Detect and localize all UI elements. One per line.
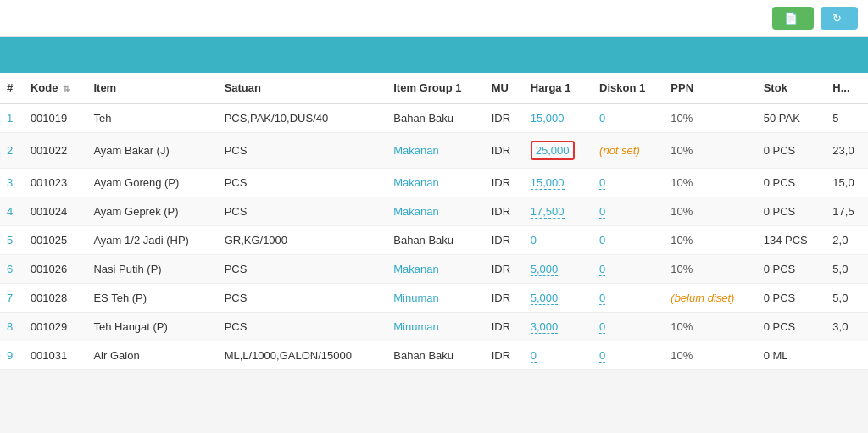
col-harga: Harga 1 (524, 73, 593, 103)
cell-kode: 001024 (24, 197, 87, 226)
harga-highlighted: 25,000 (531, 141, 575, 160)
cell-stok: 50 PAK (757, 103, 826, 133)
harga-value: 5,000 (531, 263, 559, 276)
col-kode: Kode ⇅ (24, 73, 87, 103)
cell-ppn: (belum diset) (664, 284, 756, 313)
cell-group: Minuman (387, 284, 484, 313)
cell-stok: 0 PCS (757, 169, 826, 197)
diskon-value: 0 (599, 349, 605, 363)
cell-ppn: 10% (664, 133, 756, 169)
cell-mu: IDR (485, 103, 524, 133)
cell-diskon: 0 (593, 103, 664, 133)
cell-h: 5 (826, 103, 868, 133)
cell-num: 9 (0, 341, 24, 370)
cell-group: Bahan Baku (387, 226, 484, 255)
cell-item: Ayam Goreng (P) (86, 169, 217, 197)
cell-group: Minuman (387, 313, 484, 341)
cell-satuan: GR,KG/1000 (218, 226, 387, 255)
diskon-value: 0 (599, 291, 605, 305)
col-item: Item (86, 73, 217, 103)
cell-mu: IDR (485, 133, 524, 169)
cell-group: Bahan Baku (387, 103, 484, 133)
cell-kode: 001031 (24, 341, 87, 370)
cell-harga: 17,500 (524, 197, 593, 226)
cell-mu: IDR (485, 226, 524, 255)
table-row: 9001031Air GalonML,L/1000,GALON/15000Bah… (0, 341, 868, 370)
cell-h: 23,0 (826, 133, 868, 169)
cell-satuan: PCS (218, 313, 387, 341)
table-row: 5001025Ayam 1/2 Jadi (HP)GR,KG/1000Bahan… (0, 226, 868, 255)
cell-mu: IDR (485, 313, 524, 341)
harga-value: 15,000 (531, 176, 565, 190)
harga-value: 3,000 (531, 320, 559, 334)
cell-ppn: 10% (664, 226, 756, 255)
cell-h (826, 341, 868, 370)
cell-diskon: 0 (593, 197, 664, 226)
col-h: H... (826, 73, 868, 103)
col-stok: Stok (757, 73, 826, 103)
cell-kode: 001025 (24, 226, 87, 255)
cell-satuan: PCS,PAK/10,DUS/40 (218, 103, 387, 133)
cell-num: 1 (0, 103, 24, 133)
cell-ppn: 10% (664, 103, 756, 133)
cell-mu: IDR (485, 341, 524, 370)
cell-h: 5,0 (826, 255, 868, 284)
cell-ppn: 10% (664, 255, 756, 284)
cell-h: 17,5 (826, 197, 868, 226)
harga-value: 0 (531, 349, 537, 363)
cell-kode: 001026 (24, 255, 87, 284)
cell-num: 4 (0, 197, 24, 226)
diskon-value: 0 (599, 320, 605, 334)
table-row: 4001024Ayam Geprek (P)PCSMakananIDR17,50… (0, 197, 868, 226)
cell-mu: IDR (485, 169, 524, 197)
cell-stok: 0 PCS (757, 313, 826, 341)
cell-kode: 001029 (24, 313, 87, 341)
table-row: 1001019TehPCS,PAK/10,DUS/40Bahan BakuIDR… (0, 103, 868, 133)
cell-stok: 134 PCS (757, 226, 826, 255)
sort-icon-kode[interactable]: ⇅ (63, 84, 70, 93)
export-excel-button[interactable]: 📄 (772, 7, 814, 30)
excel-icon: 📄 (784, 12, 798, 25)
cell-item: Teh Hangat (P) (86, 313, 217, 341)
cell-satuan: PCS (218, 284, 387, 313)
cell-h: 15,0 (826, 169, 868, 197)
table-row: 6001026Nasi Putih (P)PCSMakananIDR5,0000… (0, 255, 868, 284)
cell-kode: 001022 (24, 133, 87, 169)
cell-item: Ayam Bakar (J) (86, 133, 217, 169)
cell-num: 3 (0, 169, 24, 197)
refresh-button[interactable]: ↻ (821, 7, 858, 30)
col-ppn: PPN (664, 73, 756, 103)
cell-mu: IDR (485, 284, 524, 313)
cell-kode: 001023 (24, 169, 87, 197)
cell-group: Makanan (387, 169, 484, 197)
diskon-value: 0 (599, 263, 605, 276)
cell-harga: 5,000 (524, 284, 593, 313)
cell-harga: 15,000 (524, 103, 593, 133)
col-group: Item Group 1 (387, 73, 484, 103)
cell-mu: IDR (485, 197, 524, 226)
cell-diskon: 0 (593, 313, 664, 341)
cell-num: 7 (0, 284, 24, 313)
blue-header-bar (0, 37, 868, 73)
col-num: # (0, 73, 24, 103)
cell-h: 2,0 (826, 226, 868, 255)
cell-kode: 001028 (24, 284, 87, 313)
cell-num: 6 (0, 255, 24, 284)
cell-satuan: PCS (218, 255, 387, 284)
cell-item: Nasi Putih (P) (86, 255, 217, 284)
cell-diskon: (not set) (593, 133, 664, 169)
cell-item: ES Teh (P) (86, 284, 217, 313)
cell-h: 5,0 (826, 284, 868, 313)
cell-group: Makanan (387, 197, 484, 226)
col-satuan: Satuan (218, 73, 387, 103)
harga-value: 0 (531, 234, 537, 247)
cell-ppn: 10% (664, 197, 756, 226)
col-diskon: Diskon 1 (593, 73, 664, 103)
items-table: # Kode ⇅ Item Satuan Item Group 1 MU Har… (0, 73, 868, 370)
cell-stok: 0 PCS (757, 284, 826, 313)
cell-ppn: 10% (664, 313, 756, 341)
cell-kode: 001019 (24, 103, 87, 133)
cell-harga: 0 (524, 341, 593, 370)
cell-satuan: ML,L/1000,GALON/15000 (218, 341, 387, 370)
table-row: 7001028ES Teh (P)PCSMinumanIDR5,0000(bel… (0, 284, 868, 313)
